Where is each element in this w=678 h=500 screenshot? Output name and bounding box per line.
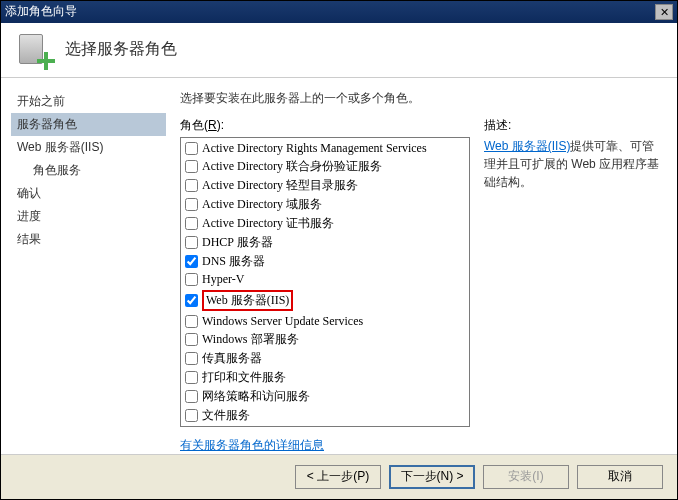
role-label: 传真服务器 <box>202 350 262 367</box>
role-checkbox[interactable] <box>185 236 198 249</box>
sidebar-item[interactable]: Web 服务器(IIS) <box>17 136 166 159</box>
prev-button[interactable]: < 上一步(P) <box>295 465 381 489</box>
description-text: Web 服务器(IIS)提供可靠、可管理并且可扩展的 Web 应用程序基础结构。 <box>484 137 663 191</box>
role-label: Web 服务器(IIS) <box>202 290 293 311</box>
role-item[interactable]: Windows Server Update Services <box>185 313 465 330</box>
description-label: 描述: <box>484 117 663 134</box>
role-checkbox[interactable] <box>185 294 198 307</box>
sidebar-item[interactable]: 服务器角色 <box>11 113 166 136</box>
sidebar-item[interactable]: 结果 <box>17 228 166 251</box>
role-checkbox[interactable] <box>185 390 198 403</box>
role-label: 网络策略和访问服务 <box>202 388 310 405</box>
wizard-window: 添加角色向导 ✕ 选择服务器角色 开始之前服务器角色Web 服务器(IIS)角色… <box>0 0 678 500</box>
description-column: 描述: Web 服务器(IIS)提供可靠、可管理并且可扩展的 Web 应用程序基… <box>484 117 663 454</box>
wizard-footer: < 上一步(P) 下一步(N) > 安装(I) 取消 <box>1 454 677 499</box>
wizard-header: 选择服务器角色 <box>1 23 677 78</box>
cancel-button[interactable]: 取消 <box>577 465 663 489</box>
role-checkbox[interactable] <box>185 315 198 328</box>
role-label: Active Directory Rights Management Servi… <box>202 141 427 156</box>
install-button: 安装(I) <box>483 465 569 489</box>
role-checkbox[interactable] <box>185 217 198 230</box>
role-checkbox[interactable] <box>185 198 198 211</box>
role-item[interactable]: 传真服务器 <box>185 349 465 368</box>
role-item[interactable]: Active Directory Rights Management Servi… <box>185 140 465 157</box>
role-checkbox[interactable] <box>185 255 198 268</box>
role-item[interactable]: 文件服务 <box>185 406 465 425</box>
role-checkbox[interactable] <box>185 179 198 192</box>
role-item[interactable]: DNS 服务器 <box>185 252 465 271</box>
next-button[interactable]: 下一步(N) > <box>389 465 475 489</box>
role-checkbox[interactable] <box>185 333 198 346</box>
role-label: Active Directory 联合身份验证服务 <box>202 158 382 175</box>
titlebar: 添加角色向导 ✕ <box>1 1 677 23</box>
close-icon[interactable]: ✕ <box>655 4 673 20</box>
role-label: 打印和文件服务 <box>202 369 286 386</box>
window-title: 添加角色向导 <box>5 3 655 20</box>
role-label: Active Directory 域服务 <box>202 196 322 213</box>
roles-label: 角色(R): <box>180 117 470 134</box>
description-link[interactable]: Web 服务器(IIS) <box>484 139 570 153</box>
main-panel: 选择要安装在此服务器上的一个或多个角色。 角色(R): Active Direc… <box>166 78 677 454</box>
role-item[interactable]: Hyper-V <box>185 271 465 288</box>
sidebar: 开始之前服务器角色Web 服务器(IIS)角色服务确认进度结果 <box>1 78 166 454</box>
sidebar-item[interactable]: 角色服务 <box>17 159 166 182</box>
role-checkbox[interactable] <box>185 160 198 173</box>
sidebar-item[interactable]: 确认 <box>17 182 166 205</box>
server-plus-icon <box>17 32 53 68</box>
role-label: Windows 部署服务 <box>202 331 299 348</box>
wizard-body: 开始之前服务器角色Web 服务器(IIS)角色服务确认进度结果 选择要安装在此服… <box>1 78 677 454</box>
role-item[interactable]: 网络策略和访问服务 <box>185 387 465 406</box>
role-checkbox[interactable] <box>185 409 198 422</box>
role-item[interactable]: Windows 部署服务 <box>185 330 465 349</box>
role-item[interactable]: Active Directory 域服务 <box>185 195 465 214</box>
more-info-link[interactable]: 有关服务器角色的详细信息 <box>180 437 470 454</box>
role-label: Active Directory 轻型目录服务 <box>202 177 358 194</box>
role-label: 文件服务 <box>202 407 250 424</box>
role-item[interactable]: DHCP 服务器 <box>185 233 465 252</box>
role-item[interactable]: 打印和文件服务 <box>185 368 465 387</box>
roles-column: 角色(R): Active Directory Rights Managemen… <box>180 117 470 454</box>
role-label: Hyper-V <box>202 272 244 287</box>
role-label: 应用程序服务器 <box>202 426 286 427</box>
role-label: Windows Server Update Services <box>202 314 363 329</box>
role-item[interactable]: Active Directory 轻型目录服务 <box>185 176 465 195</box>
sidebar-item[interactable]: 进度 <box>17 205 166 228</box>
role-checkbox[interactable] <box>185 371 198 384</box>
role-item[interactable]: Web 服务器(IIS) <box>185 289 465 312</box>
role-item[interactable]: Active Directory 联合身份验证服务 <box>185 157 465 176</box>
role-checkbox[interactable] <box>185 352 198 365</box>
role-label: DNS 服务器 <box>202 253 265 270</box>
role-label: Active Directory 证书服务 <box>202 215 334 232</box>
instruction-text: 选择要安装在此服务器上的一个或多个角色。 <box>180 90 663 107</box>
role-checkbox[interactable] <box>185 142 198 155</box>
role-checkbox[interactable] <box>185 273 198 286</box>
role-item[interactable]: 应用程序服务器 <box>185 425 465 427</box>
role-label: DHCP 服务器 <box>202 234 273 251</box>
page-title: 选择服务器角色 <box>65 39 177 60</box>
role-item[interactable]: Active Directory 证书服务 <box>185 214 465 233</box>
sidebar-item[interactable]: 开始之前 <box>17 90 166 113</box>
roles-listbox[interactable]: Active Directory Rights Management Servi… <box>180 137 470 427</box>
